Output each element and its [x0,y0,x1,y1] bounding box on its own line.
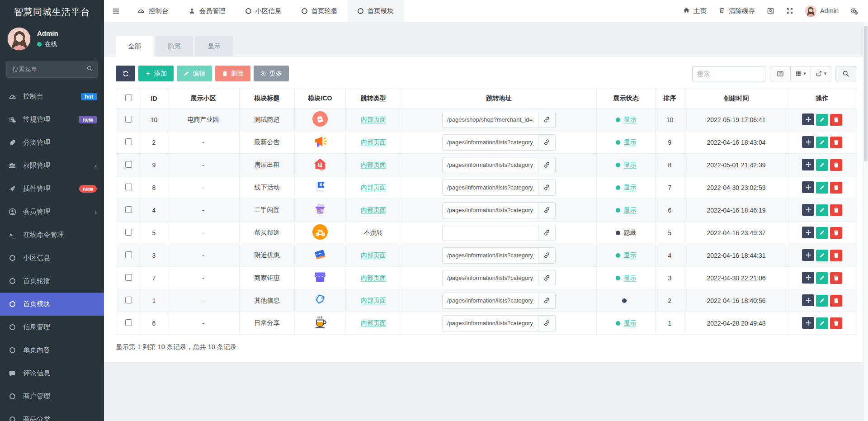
status-badge[interactable]: 显示 [616,138,637,147]
sidebar-item-online-command[interactable]: >_在线命令管理 [0,223,104,246]
row-checkbox[interactable] [125,251,132,258]
link-button[interactable] [538,134,556,151]
jump-url-input[interactable] [442,112,538,128]
sidebar-item-product-category[interactable]: 商品分类 [0,408,104,421]
detail-view-button[interactable] [770,66,791,81]
jump-url-input[interactable] [442,270,538,286]
add-button[interactable]: 添加 [138,66,174,81]
user-menu[interactable]: Admin [805,5,839,17]
link-button[interactable] [538,293,556,309]
table-search-input[interactable] [692,66,765,81]
tab-dashboard[interactable]: 控制台 [127,0,179,22]
sidebar-item-members[interactable]: 会员管理‹ [0,200,104,223]
row-edit-button[interactable] [816,182,828,194]
sidebar-item-permissions[interactable]: 权限管理‹ [0,154,104,177]
filter-tab-shown[interactable]: 显示 [195,36,233,57]
col-header-id[interactable]: ID [141,89,167,109]
select-all-checkbox[interactable] [125,95,132,101]
sidebar-item-category[interactable]: 分类管理 [0,131,104,154]
sidebar-item-community-info[interactable]: 小区信息 [0,246,104,270]
status-badge[interactable]: 显示 [616,206,637,214]
sidebar-item-comments[interactable]: 评论信息 [0,362,104,385]
row-checkbox[interactable] [125,229,132,236]
more-button[interactable]: 更多 [254,66,289,81]
status-badge[interactable]: 显示 [616,251,637,260]
link-button[interactable] [538,112,556,128]
tab-members[interactable]: 会员管理 [179,0,236,22]
edit-button[interactable]: 编辑 [177,66,212,81]
jump-url-input[interactable] [442,157,538,173]
row-checkbox[interactable] [125,274,132,281]
row-delete-button[interactable] [830,137,842,148]
jump-url-input[interactable] [442,247,538,264]
drag-move-button[interactable] [802,204,814,216]
drag-move-button[interactable] [802,249,814,261]
jump-url-input[interactable] [442,180,538,196]
col-header-community[interactable]: 展示小区 [167,89,240,109]
link-button[interactable] [538,315,556,331]
filter-tab-hidden[interactable]: 隐藏 [156,36,193,57]
row-checkbox[interactable] [125,319,132,326]
sidebar-item-plugins[interactable]: 插件管理new [0,177,104,200]
filter-tab-all[interactable]: 全部 [116,36,153,57]
drag-move-button[interactable] [802,159,814,170]
avatar[interactable] [7,27,31,51]
drag-move-button[interactable] [802,317,814,329]
row-edit-button[interactable] [816,250,828,261]
row-checkbox[interactable] [125,184,132,190]
link-button[interactable] [538,225,556,241]
status-badge[interactable]: 显示 [616,116,637,124]
link-button[interactable] [538,180,556,196]
col-header-created[interactable]: 创建时间 [684,89,788,109]
link-button[interactable] [538,270,556,286]
row-checkbox[interactable] [125,206,132,213]
sidebar-item-merchants[interactable]: 商户管理 [0,385,104,408]
row-delete-button[interactable] [830,317,842,329]
columns-button[interactable]: ▾ [790,66,811,81]
row-edit-button[interactable] [816,317,828,329]
link-button[interactable] [538,247,556,264]
row-checkbox[interactable] [125,161,132,168]
sidebar-item-info-manage[interactable]: 信息管理 [0,316,104,339]
row-edit-button[interactable] [816,227,828,239]
settings-gears-icon[interactable] [850,7,858,15]
menu-search-input[interactable] [6,61,98,78]
row-checkbox[interactable] [125,116,132,123]
status-badge[interactable]: 显示 [616,274,637,282]
language-icon[interactable] [767,7,774,15]
drag-move-button[interactable] [802,181,814,193]
status-badge[interactable]: 显示 [616,319,637,327]
fullscreen-icon[interactable] [786,7,793,14]
sidebar-item-single-page[interactable]: 单页内容 [0,339,104,362]
row-delete-button[interactable] [830,114,842,126]
row-edit-button[interactable] [816,137,828,148]
row-delete-button[interactable] [830,159,842,171]
hamburger-icon[interactable] [104,0,127,22]
row-delete-button[interactable] [830,250,842,261]
status-badge[interactable] [622,298,630,303]
sidebar-item-home-modules[interactable]: 首页模块 [0,293,104,316]
row-delete-button[interactable] [830,204,842,216]
drag-move-button[interactable] [802,272,814,284]
col-header-jump-url[interactable]: 跳转地址 [401,89,597,109]
col-header-icon[interactable]: 模块ICO [295,89,346,109]
scrollbar-thumb[interactable] [864,26,868,161]
col-header-status[interactable]: 展示状态 [597,89,656,109]
drag-move-button[interactable] [802,294,814,306]
tab-community-info[interactable]: 小区信息 [236,0,292,22]
sidebar-item-dashboard[interactable]: 控制台hot [0,85,104,108]
col-header-actions[interactable]: 操作 [788,89,856,109]
row-checkbox[interactable] [125,138,132,145]
status-badge[interactable]: 隐藏 [616,229,637,237]
delete-button[interactable]: 删除 [215,66,250,81]
jump-url-input[interactable] [442,225,538,241]
drag-move-button[interactable] [802,136,814,148]
row-delete-button[interactable] [830,227,842,239]
jump-url-input[interactable] [442,134,538,151]
row-edit-button[interactable] [816,159,828,171]
row-edit-button[interactable] [816,204,828,216]
sidebar-item-home-carousel[interactable]: 首页轮播 [0,270,104,293]
home-button[interactable]: 主页 [683,7,707,15]
jump-url-input[interactable] [442,293,538,309]
scrollbar[interactable] [863,22,868,421]
